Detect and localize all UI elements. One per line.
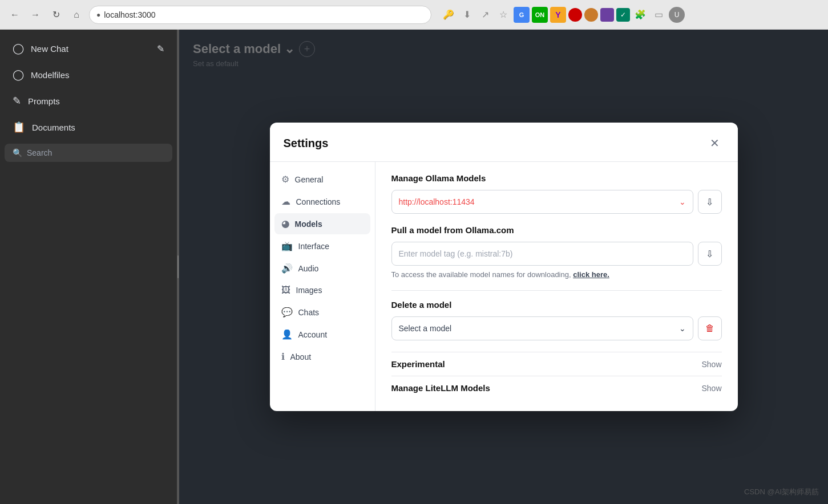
model-input-row: ⇩: [391, 242, 722, 266]
ollama-url-value: http://localhost:11434: [399, 197, 475, 206]
ext-sidebar[interactable]: ▭: [651, 7, 667, 23]
address-bar[interactable]: ● localhost:3000: [89, 6, 431, 24]
ext-yahoo[interactable]: Y: [550, 7, 566, 23]
ext-share[interactable]: ↗: [477, 7, 493, 23]
app-container: ◯ New Chat ✎ ◯ Modelfiles ✎ Prompts 📋 Do…: [0, 30, 828, 504]
gear-icon: ⚙: [281, 174, 289, 185]
refresh-ollama-button[interactable]: ⇩: [698, 190, 722, 214]
modal-body: ⚙ General ☁ Connections ◕ Models 📺: [270, 162, 738, 411]
monitor-icon: 📺: [281, 241, 293, 251]
search-placeholder: Search: [27, 148, 52, 157]
experimental-title: Experimental: [391, 359, 445, 369]
litellm-row: Manage LiteLLM Models Show: [391, 376, 722, 400]
resize-indicator: [177, 255, 179, 278]
settings-nav-general[interactable]: ⚙ General: [274, 169, 370, 190]
sidebar-item-new-chat[interactable]: ◯ New Chat ✎: [5, 36, 172, 60]
litellm-show-button[interactable]: Show: [701, 384, 721, 393]
settings-nav-about[interactable]: ℹ About: [274, 346, 370, 367]
pull-model-title: Pull a model from Ollama.com: [391, 225, 722, 235]
settings-nav-account[interactable]: 👤 Account: [274, 324, 370, 345]
chat-icon: 💬: [281, 307, 293, 318]
delete-model-select[interactable]: Select a model ⌄: [391, 316, 693, 340]
nav-item-label: Account: [298, 330, 328, 339]
click-here-link[interactable]: click here.: [573, 270, 609, 279]
experimental-show-button[interactable]: Show: [701, 360, 721, 369]
close-button[interactable]: ✕: [706, 134, 724, 152]
hint-text: To access the available model names for …: [391, 270, 722, 279]
main-content: Select a model ⌄ + Set as default Settin…: [179, 30, 828, 504]
close-icon: ✕: [710, 136, 720, 150]
home-button[interactable]: ⌂: [68, 7, 84, 23]
sidebar-item-label: Documents: [32, 123, 75, 132]
new-chat-label: New Chat: [31, 44, 68, 54]
ext-star[interactable]: ☆: [495, 7, 511, 23]
settings-nav-images[interactable]: 🖼 Images: [274, 280, 370, 300]
trash-icon: 🗑: [705, 323, 714, 334]
search-icon: 🔍: [13, 148, 22, 157]
info-icon: ℹ: [281, 351, 285, 362]
litellm-title: Manage LiteLLM Models: [391, 383, 490, 393]
settings-nav-interface[interactable]: 📺 Interface: [274, 235, 370, 257]
divider: [391, 290, 722, 291]
new-chat-icon: ◯: [13, 42, 24, 55]
sidebar: ◯ New Chat ✎ ◯ Modelfiles ✎ Prompts 📋 Do…: [0, 30, 177, 504]
sidebar-item-prompts[interactable]: ✎ Prompts: [5, 89, 172, 113]
modelfiles-icon: ◯: [13, 68, 24, 81]
ollama-url-select[interactable]: http://localhost:11434 ⌄: [391, 190, 693, 214]
sidebar-item-modelfiles[interactable]: ◯ Modelfiles: [5, 63, 172, 87]
pull-download-icon: ⇩: [706, 249, 713, 259]
delete-model-button[interactable]: 🗑: [698, 316, 722, 340]
sidebar-item-label: Prompts: [28, 96, 60, 106]
edit-icon[interactable]: ✎: [157, 43, 164, 54]
documents-icon: 📋: [13, 121, 25, 133]
person-icon: 👤: [281, 329, 293, 340]
delete-model-row: Select a model ⌄ 🗑: [391, 316, 722, 340]
reload-button[interactable]: ↻: [48, 7, 64, 23]
model-tag-input[interactable]: [391, 242, 693, 266]
nav-item-label: General: [295, 175, 324, 184]
forward-button[interactable]: →: [27, 7, 43, 23]
delete-model-title: Delete a model: [391, 300, 722, 310]
prompts-icon: ✎: [13, 95, 21, 107]
settings-nav-audio[interactable]: 🔊 Audio: [274, 258, 370, 279]
url-chevron-icon: ⌄: [679, 197, 686, 206]
user-avatar[interactable]: U: [669, 7, 685, 23]
sidebar-item-documents[interactable]: 📋 Documents: [5, 115, 172, 139]
download-icon: ⇩: [706, 197, 713, 208]
ext-shield[interactable]: ✓: [616, 8, 630, 22]
settings-nav: ⚙ General ☁ Connections ◕ Models 📺: [270, 162, 375, 411]
ext-grammarly[interactable]: ON: [532, 7, 548, 23]
nav-item-label: About: [290, 352, 312, 361]
sidebar-item-label: Modelfiles: [31, 70, 70, 80]
settings-nav-chats[interactable]: 💬 Chats: [274, 302, 370, 323]
ext-user[interactable]: [600, 8, 614, 22]
models-icon: ◕: [281, 218, 289, 229]
ext-key[interactable]: 🔑: [441, 7, 457, 23]
nav-item-label: Models: [295, 220, 322, 229]
settings-modal: Settings ✕ ⚙ General ☁: [270, 123, 738, 411]
dropdown-chevron-icon: ⌄: [679, 324, 686, 333]
url-text: localhost:3000: [104, 10, 155, 19]
back-button[interactable]: ←: [7, 7, 23, 23]
cloud-icon: ☁: [281, 196, 290, 207]
settings-nav-models[interactable]: ◕ Models: [274, 213, 370, 234]
nav-item-label: Connections: [296, 197, 341, 206]
nav-item-label: Interface: [298, 242, 329, 251]
experimental-row: Experimental Show: [391, 352, 722, 376]
pull-model-button[interactable]: ⇩: [698, 242, 722, 266]
ext-brown[interactable]: [584, 8, 598, 22]
modal-overlay: Settings ✕ ⚙ General ☁: [179, 30, 828, 504]
select-model-text: Select a model: [399, 324, 452, 333]
modal-header: Settings ✕: [270, 123, 738, 162]
settings-nav-connections[interactable]: ☁ Connections: [274, 191, 370, 212]
nav-item-label: Chats: [298, 308, 320, 317]
browser-chrome: ← → ↻ ⌂ ● localhost:3000 🔑 ⬇ ↗ ☆ G ON Y …: [0, 0, 828, 30]
modal-title: Settings: [284, 137, 329, 150]
ext-red1[interactable]: [568, 8, 582, 22]
ext-puzzle[interactable]: 🧩: [632, 7, 648, 23]
ext-google-translate[interactable]: G: [514, 7, 530, 23]
settings-content: Manage Ollama Models http://localhost:11…: [375, 162, 738, 411]
ext-download[interactable]: ⬇: [459, 7, 475, 23]
manage-ollama-title: Manage Ollama Models: [391, 173, 722, 183]
search-box[interactable]: 🔍 Search: [5, 144, 172, 162]
